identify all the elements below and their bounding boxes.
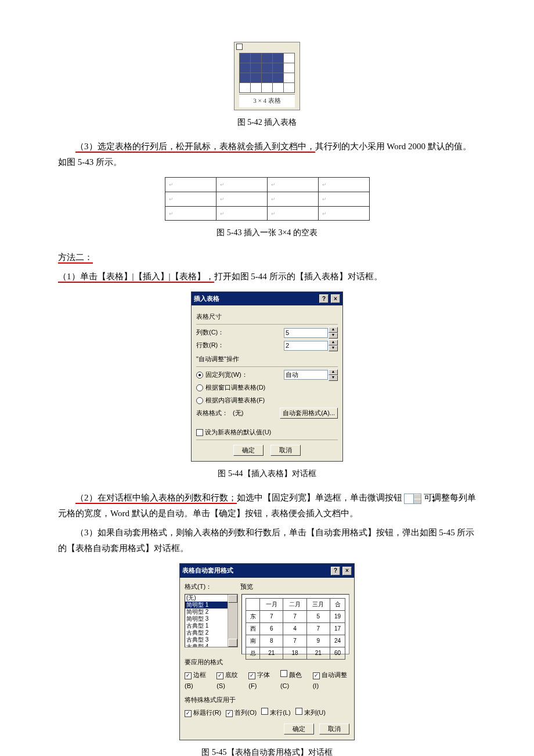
cols-input[interactable] <box>284 328 328 338</box>
dialog-titlebar: 插入表格 ? × <box>192 292 342 306</box>
empty-table: ↵↵↵↵↵↵↵↵↵↵↵↵ <box>165 177 370 221</box>
para-m2-2: （2）在对话框中输入表格的列数和行数；如选中【固定列宽】单选框，单击微调按钮 ▲… <box>58 490 476 521</box>
caption-5-45: 图 5-45【表格自动套用格式】对话框 <box>58 745 476 757</box>
figure-5-42: 3 × 4 表格 <box>58 42 476 110</box>
dialog-title: 表格自动套用格式 <box>182 565 233 577</box>
cb-heading[interactable] <box>185 710 192 717</box>
spinner-icon: ▲▼ <box>404 494 421 504</box>
caption-5-42: 图 5-42 插入表格 <box>58 115 476 129</box>
cb-lastcol[interactable] <box>295 708 302 715</box>
style-label: 表格格式： <box>196 408 228 419</box>
group-auto: "自动调整"操作 <box>196 354 338 365</box>
para-m2-1: （1）单击【表格】|【插入】|【表格】，打开如图 5-44 所示的【插入表格】对… <box>58 269 476 285</box>
rows-label: 行数(R)： <box>196 340 284 351</box>
ok-button[interactable]: 确定 <box>233 445 264 456</box>
autoformat-dialog: 表格自动套用格式 ? × 格式(T)： 预览 (无)简明型 1简明型 2简明型 … <box>179 563 355 740</box>
cb-shading[interactable] <box>217 672 223 679</box>
ok-button[interactable]: 确定 <box>284 723 314 735</box>
para-3: （3）选定表格的行列后，松开鼠标，表格就会插入到文档中，其行列的大小采用 Wor… <box>58 139 476 170</box>
format-listbox[interactable]: (无)简明型 1简明型 2简明型 3古典型 1古典型 2古典型 3古典型 4彩色… <box>185 594 238 647</box>
insert-table-dialog: 插入表格 ? × 表格尺寸 列数(C)： ▲▼ 行数(R)： ▲▼ "自动调整"… <box>191 291 343 462</box>
figure-5-43: ↵↵↵↵↵↵↵↵↵↵↵↵ <box>58 177 476 221</box>
cols-spinner[interactable]: ▲▼ <box>329 327 338 339</box>
opt-autofit-content: 根据内容调整表格(F) <box>205 395 338 406</box>
fixed-width-input[interactable] <box>284 370 328 380</box>
figure-5-44: 插入表格 ? × 表格尺寸 列数(C)： ▲▼ 行数(R)： ▲▼ "自动调整"… <box>58 291 476 462</box>
help-icon[interactable]: ? <box>319 294 329 303</box>
fixed-spinner[interactable]: ▲▼ <box>329 369 338 381</box>
table-picker: 3 × 4 表格 <box>234 42 300 110</box>
cancel-button[interactable]: 取消 <box>270 445 301 456</box>
autoformat-button[interactable]: 自动套用格式(A)... <box>280 408 338 419</box>
cb-color[interactable] <box>280 670 287 677</box>
group-size: 表格尺寸 <box>196 311 338 323</box>
figure-5-45: 表格自动套用格式 ? × 格式(T)： 预览 (无)简明型 1简明型 2简明型 … <box>58 563 476 740</box>
radio-autofit-window[interactable] <box>196 384 203 391</box>
opt-autofit-window: 根据窗口调整表格(D) <box>205 382 338 394</box>
method-two-heading: 方法二： <box>58 250 476 265</box>
cb-firstcol[interactable] <box>226 710 233 717</box>
dialog-titlebar: 表格自动套用格式 ? × <box>180 564 354 578</box>
preview-table: 一月二月三月合东77519西64717南87924总21182160 <box>246 598 345 660</box>
caption-5-43: 图 5-43 插入一张 3×4 的空表 <box>58 225 476 240</box>
caption-5-44: 图 5-44【插入表格】对话框 <box>58 466 476 481</box>
close-icon[interactable]: × <box>331 294 340 303</box>
radio-autofit-content[interactable] <box>196 397 203 404</box>
preview-pane: 一月二月三月合东77519西64717南87924总21182160 <box>241 594 349 654</box>
picker-grid <box>239 53 295 93</box>
cb-border[interactable] <box>185 672 192 679</box>
rows-input[interactable] <box>284 341 328 351</box>
cancel-button[interactable]: 取消 <box>319 723 349 735</box>
radio-fixed[interactable] <box>196 372 203 379</box>
special-label: 将特殊格式应用于 <box>185 694 349 706</box>
format-label: 格式(T)： <box>185 581 237 593</box>
cb-font[interactable] <box>248 672 255 679</box>
remember-label: 设为新表格的默认值(U) <box>205 427 338 438</box>
picker-label: 3 × 4 表格 <box>239 94 295 107</box>
cb-lastrow[interactable] <box>261 708 268 715</box>
opt-fixed: 固定列宽(W)： <box>205 369 284 381</box>
scrollbar[interactable] <box>228 595 237 647</box>
close-icon[interactable]: × <box>342 567 352 575</box>
para-m2-3: （3）如果自动套用格式，则输入表格的列数和行数后，单击【自动套用格式】按钮，弹出… <box>58 525 476 556</box>
style-value: (无) <box>233 408 280 419</box>
rows-spinner[interactable]: ▲▼ <box>329 340 338 351</box>
remember-checkbox[interactable] <box>196 429 203 436</box>
cols-label: 列数(C)： <box>196 327 284 339</box>
cb-autofit[interactable] <box>313 672 320 679</box>
preview-label: 预览 <box>240 581 349 593</box>
dialog-title: 插入表格 <box>194 293 219 305</box>
help-icon[interactable]: ? <box>331 567 340 575</box>
